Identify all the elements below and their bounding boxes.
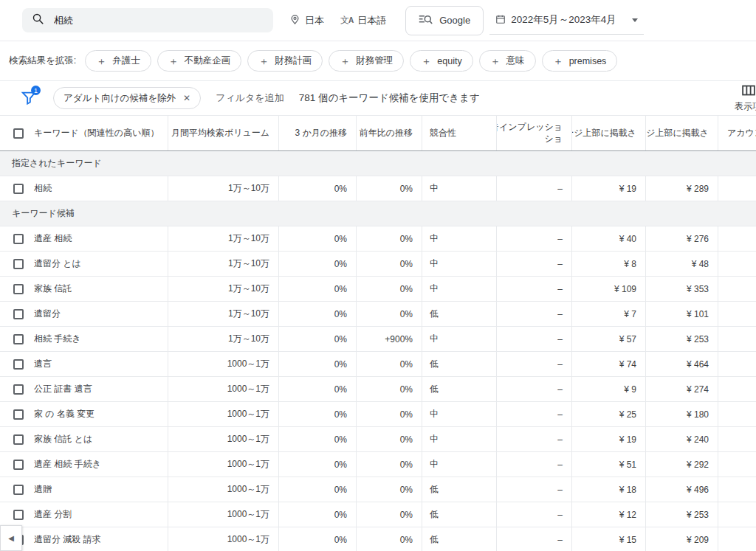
expand-chip[interactable]: ＋不動産企画 — [157, 50, 242, 72]
keyword-label: 遺言 — [34, 358, 52, 370]
table-row[interactable]: 相続1万～10万0%0%中–¥ 19¥ 289 — [0, 176, 756, 201]
header-three-month-change[interactable]: 3 か月の推移 — [279, 116, 357, 150]
account-cell — [718, 226, 756, 251]
expand-results-bar: 検索結果を拡張: ＋弁護士＋不動産企画＋財務計画＋財務管理＋equity＋意味＋… — [0, 41, 756, 81]
table-row[interactable]: 遺留分1万～10万0%0%低–¥ 7¥ 101 — [0, 302, 756, 327]
header-avg-monthly-searches[interactable]: 月間平均検索ボリューム — [168, 116, 279, 150]
yoy-change-cell: 0% — [357, 527, 422, 551]
row-checkbox[interactable] — [13, 460, 24, 470]
top-bid-high-cell: ¥ 209 — [646, 527, 718, 551]
calendar-icon — [495, 14, 506, 27]
table-row[interactable]: 遺贈1000～1万0%0%低–¥ 18¥ 496 — [0, 477, 756, 502]
row-checkbox[interactable] — [13, 284, 24, 294]
expand-chip[interactable]: ＋premises — [542, 50, 618, 72]
filter-funnel-icon[interactable]: 1 — [21, 89, 38, 107]
keyword-label: 家族 信託 — [34, 283, 72, 295]
header-competition[interactable]: 競合性 — [422, 116, 497, 150]
header-account[interactable]: アカウント — [718, 116, 756, 150]
top-bid-high-cell: ¥ 276 — [646, 226, 718, 251]
table-row[interactable]: 家族 信託 とは1000～1万0%0%中–¥ 19¥ 240 — [0, 427, 756, 452]
language-selector[interactable]: 文A 日本語 — [340, 14, 386, 27]
three-month-change-cell: 0% — [279, 252, 357, 276]
account-cell — [718, 402, 756, 426]
ad-impression-share-cell: – — [497, 352, 572, 376]
header-ad-impression-share[interactable]: 広告インプレッショ ショ — [497, 116, 572, 150]
row-checkbox[interactable] — [13, 259, 24, 269]
top-bid-high-cell: ¥ 274 — [646, 377, 718, 401]
competition-cell: 低 — [422, 502, 497, 527]
row-checkbox[interactable] — [13, 359, 24, 370]
date-range-selector[interactable]: 2022年5月～2023年4月 — [489, 7, 644, 35]
table-body: 指定されたキーワード相続1万～10万0%0%中–¥ 19¥ 289キーワード候補… — [0, 151, 756, 551]
keyword-search-box[interactable] — [22, 8, 273, 32]
volume-cell: 1万～10万 — [168, 252, 279, 276]
expand-chip[interactable]: ＋equity — [410, 50, 472, 72]
yoy-change-cell: 0% — [357, 452, 422, 477]
table-row[interactable]: 公正 証書 遺言1000～1万0%0%低–¥ 9¥ 274 — [0, 377, 756, 402]
header-top-of-page-bid-low[interactable]: ページ上部に掲載さ — [572, 116, 646, 150]
three-month-change-cell: 0% — [279, 302, 357, 326]
network-selector-button[interactable]: Google — [405, 6, 484, 35]
row-checkbox[interactable] — [13, 309, 24, 319]
results-count-text: 781 個のキーワード候補を使用できます — [299, 91, 480, 105]
columns-control[interactable]: 表示項目 — [735, 85, 756, 113]
table-row[interactable]: 家族 信託1万～10万0%0%中–¥ 109¥ 353 — [0, 277, 756, 302]
ad-impression-share-cell: – — [497, 427, 572, 451]
top-bid-high-cell: ¥ 101 — [646, 302, 718, 326]
row-checkbox[interactable] — [13, 334, 24, 344]
keyword-cell: 遺産 相続 手続き — [0, 452, 168, 477]
table-row[interactable]: 遺産 相続 手続き1000～1万0%0%中–¥ 51¥ 292 — [0, 452, 756, 477]
yoy-change-cell: 0% — [357, 277, 422, 301]
table-row[interactable]: 遺言1000～1万0%0%低–¥ 74¥ 464 — [0, 352, 756, 377]
expand-chip[interactable]: ＋意味 — [479, 50, 536, 72]
header-top-of-page-bid-high[interactable]: ページ上部に掲載さ — [646, 116, 718, 150]
location-selector[interactable]: 日本 — [289, 14, 324, 27]
filter-count-badge: 1 — [31, 86, 41, 95]
row-checkbox[interactable] — [13, 234, 24, 244]
expand-chip[interactable]: ＋弁護士 — [85, 50, 151, 72]
location-pin-icon — [289, 14, 300, 27]
row-checkbox[interactable] — [13, 384, 24, 395]
keyword-label: 公正 証書 遺言 — [34, 383, 92, 395]
top-bid-high-cell: ¥ 240 — [646, 427, 718, 451]
volume-cell: 1000～1万 — [168, 427, 279, 451]
add-filter-button[interactable]: フィルタを追加 — [216, 91, 284, 105]
yoy-change-cell: 0% — [357, 477, 422, 502]
expand-chip[interactable]: ＋財務管理 — [329, 50, 404, 72]
plus-icon: ＋ — [490, 56, 501, 66]
keyword-search-input[interactable] — [54, 15, 231, 26]
row-checkbox[interactable] — [13, 409, 24, 420]
top-bid-low-cell: ¥ 9 — [572, 377, 646, 401]
three-month-change-cell: 0% — [279, 352, 357, 376]
active-filter-chip[interactable]: アダルト向けの候補を除外 ✕ — [53, 87, 201, 109]
three-month-change-cell: 0% — [279, 527, 357, 551]
close-icon[interactable]: ✕ — [183, 93, 190, 103]
header-keyword-cell: キーワード（関連性の高い順） — [0, 116, 168, 150]
row-checkbox[interactable] — [13, 434, 24, 445]
competition-cell: 低 — [422, 352, 497, 376]
expand-chip[interactable]: ＋財務計画 — [247, 50, 323, 72]
select-all-checkbox[interactable] — [13, 128, 24, 139]
expand-chips: ＋弁護士＋不動産企画＋財務計画＋財務管理＋equity＋意味＋premises — [85, 50, 617, 72]
competition-cell: 中 — [422, 402, 497, 426]
table-row[interactable]: 遺産 分割1000～1万0%0%低–¥ 12¥ 253 — [0, 502, 756, 527]
keyword-label: 遺産 相続 — [34, 232, 72, 245]
header-ad-impression-share-line1: 広告インプレッショ — [497, 122, 563, 134]
table-row[interactable]: 相続 手続き1万～10万0%+900%中–¥ 57¥ 253 — [0, 327, 756, 352]
volume-cell: 1万～10万 — [168, 302, 279, 326]
expand-chip-label: 弁護士 — [112, 55, 140, 67]
row-checkbox[interactable] — [13, 510, 24, 520]
header-yoy-change[interactable]: 前年比の推移 — [357, 116, 422, 150]
yoy-change-cell: 0% — [357, 377, 422, 401]
competition-cell: 低 — [422, 477, 497, 502]
yoy-change-cell: 0% — [357, 176, 422, 201]
table-row[interactable]: 遺留分 減殺 請求1000～1万0%0%低–¥ 15¥ 209 — [0, 527, 756, 551]
volume-cell: 1000～1万 — [168, 402, 279, 426]
table-row[interactable]: 遺産 相続1万～10万0%0%中–¥ 40¥ 276 — [0, 226, 756, 252]
expand-chip-label: 意味 — [506, 55, 525, 67]
scroll-left-button[interactable]: ◀ — [0, 525, 22, 551]
row-checkbox[interactable] — [13, 184, 24, 194]
table-row[interactable]: 遺留分 とは1万～10万0%0%中–¥ 8¥ 48 — [0, 252, 756, 277]
row-checkbox[interactable] — [13, 485, 24, 495]
table-row[interactable]: 家 の 名義 変更1000～1万0%0%中–¥ 25¥ 180 — [0, 402, 756, 427]
